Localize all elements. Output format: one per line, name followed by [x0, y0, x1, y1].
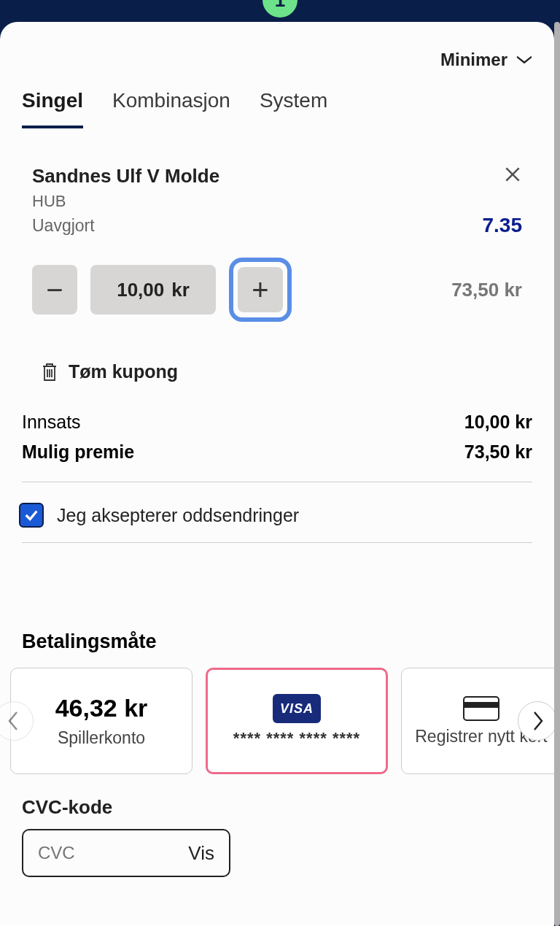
cvc-label: CVC-kode — [22, 796, 532, 819]
betslip-sheet: Minimer Singel Kombinasjon System Sandne… — [0, 22, 554, 926]
increase-stake-focus-ring: + — [229, 258, 292, 322]
account-label: Spillerkonto — [58, 728, 145, 748]
trash-icon — [41, 362, 58, 382]
tab-system[interactable]: System — [260, 89, 327, 128]
minimize-label: Minimer — [440, 50, 508, 70]
account-balance: 46,32 kr — [55, 694, 148, 722]
scrollbar[interactable] — [554, 22, 560, 926]
check-icon — [23, 507, 39, 523]
coupon-count-badge: 1 — [262, 0, 298, 18]
carousel-next-button[interactable] — [518, 701, 554, 741]
stake-controls: − 10,00 kr + 73,50 kr — [32, 258, 522, 322]
divider — [22, 482, 532, 482]
prize-summary-value: 73,50 kr — [464, 441, 532, 463]
bet-subtitle: HUB — [32, 192, 219, 211]
card-number-masked: **** **** **** **** — [233, 729, 360, 748]
divider — [22, 542, 532, 543]
payment-section: Betalingsmåte 46,32 kr Spillerkonto VISA… — [0, 557, 554, 877]
credit-card-icon — [463, 696, 499, 721]
decrease-stake-button[interactable]: − — [32, 265, 77, 315]
bet-summary: Innsats 10,00 kr Mulig premie 73,50 kr — [0, 407, 554, 482]
prize-summary-label: Mulig premie — [22, 441, 134, 463]
payment-title: Betalingsmåte — [0, 630, 554, 668]
stake-currency: kr — [171, 279, 190, 301]
potential-return: 73,50 kr — [451, 279, 522, 301]
badge-count: 1 — [275, 0, 285, 12]
remove-bet-button[interactable] — [503, 165, 522, 184]
cvc-toggle-visibility[interactable]: Vis — [188, 842, 214, 865]
chevron-down-icon — [516, 55, 532, 64]
tab-combination[interactable]: Kombinasjon — [112, 89, 230, 128]
clear-coupon-button[interactable]: Tøm kupong — [0, 322, 554, 407]
bet-odds: 7.35 — [483, 214, 523, 237]
cvc-input[interactable] — [38, 843, 140, 863]
increase-stake-button[interactable]: + — [238, 267, 283, 312]
svg-rect-0 — [464, 697, 499, 720]
cvc-field-wrapper: Vis — [22, 829, 230, 877]
visa-logo: VISA — [273, 694, 321, 723]
bet-type-tabs: Singel Kombinasjon System — [0, 89, 554, 128]
chevron-right-icon — [530, 710, 545, 732]
bet-event-title: Sandnes Ulf V Molde — [32, 165, 219, 188]
bet-market: Uavgjort — [32, 216, 95, 236]
payment-methods-carousel: 46,32 kr Spillerkonto VISA **** **** ***… — [0, 668, 554, 774]
payment-card-player-account[interactable]: 46,32 kr Spillerkonto — [10, 668, 192, 774]
accept-odds-checkbox[interactable] — [19, 503, 44, 528]
clear-coupon-label: Tøm kupong — [69, 361, 178, 382]
bet-item: Sandnes Ulf V Molde HUB Uavgjort 7.35 − … — [0, 128, 554, 322]
cvc-block: CVC-kode Vis — [0, 774, 554, 877]
stake-value: 10,00 — [117, 279, 164, 301]
payment-card-visa[interactable]: VISA **** **** **** **** — [206, 668, 388, 774]
minimize-button[interactable]: Minimer — [0, 36, 554, 89]
chevron-left-icon — [7, 710, 21, 732]
stake-summary-label: Innsats — [22, 412, 81, 433]
stake-input[interactable]: 10,00 kr — [90, 265, 216, 315]
stake-summary-value: 10,00 kr — [464, 412, 532, 433]
svg-rect-1 — [464, 702, 499, 708]
tab-single[interactable]: Singel — [22, 89, 83, 128]
accept-odds-label: Jeg aksepterer oddsendringer — [57, 505, 299, 526]
accept-odds-row: Jeg aksepterer oddsendringer — [0, 497, 554, 528]
